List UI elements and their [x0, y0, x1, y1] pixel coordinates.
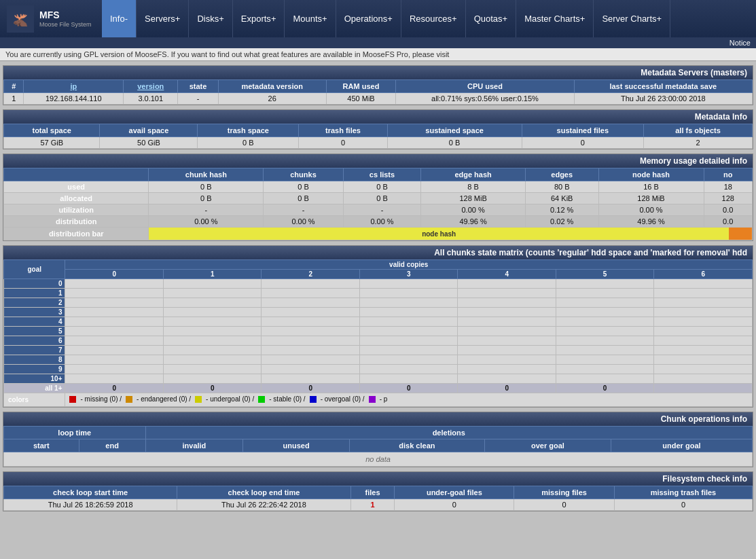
- nav-item-operations[interactable]: Operations +: [336, 0, 401, 37]
- cell-goal: 0: [4, 279, 65, 289]
- col-copies-6: 6: [654, 270, 753, 279]
- cell-colors-legend: - missing (0) / - endangered (0) / - und…: [65, 393, 753, 407]
- col-loop-time: loop time: [4, 426, 146, 439]
- pending-label: - p: [380, 395, 388, 403]
- col-invalid: invalid: [145, 439, 243, 452]
- cell-value: 128 MiB: [421, 193, 526, 204]
- cell-value: 49.96 %: [598, 216, 704, 228]
- nav-item-exports[interactable]: Exports +: [233, 0, 285, 37]
- cell-value: 0.0: [704, 216, 752, 228]
- col-copies-0: 0: [65, 270, 163, 279]
- cell-value: 0 B: [149, 193, 264, 204]
- col-all-fs-objects: all fs objects: [644, 124, 753, 137]
- table-row: 1: [4, 289, 753, 298]
- col-under-goal: under goal: [611, 439, 752, 452]
- metadata-info-header: Metadata Info: [3, 110, 753, 124]
- cell-goal: 10+: [4, 374, 65, 384]
- missing-dot: [69, 396, 76, 403]
- col-edges: edges: [525, 168, 598, 181]
- cell-value: -: [264, 204, 343, 216]
- cell-value: 0.0: [704, 204, 752, 216]
- cell-goal: 9: [4, 365, 65, 374]
- cell-check-start: Thu Jul 26 18:26:59 2018: [4, 499, 177, 510]
- distribution-bar: node hash: [149, 228, 752, 240]
- cell-value: 0.00 %: [149, 216, 264, 228]
- cell-missing-trash: 0: [614, 499, 752, 510]
- nav-item-info[interactable]: Info -: [102, 0, 137, 37]
- missing-label: - missing (0) /: [80, 395, 122, 403]
- chunks-matrix-table: goal valid copies 0 1 2 3 4 5 6 0: [3, 259, 753, 407]
- cell-value: 0 B: [264, 181, 343, 193]
- table-row: 10+: [4, 374, 753, 384]
- filesystem-check-table: check loop start time check loop end tim…: [3, 486, 753, 511]
- col-chunks: chunks: [264, 168, 343, 181]
- colors-row: colors - missing (0) / - endangered (0) …: [4, 393, 753, 407]
- nav-item-master-charts[interactable]: Master Charts +: [516, 0, 594, 37]
- col-end: end: [79, 439, 145, 452]
- cell-goal: 7: [4, 346, 65, 355]
- table-row: 6: [4, 336, 753, 346]
- nav-item-servers[interactable]: Servers +: [137, 0, 189, 37]
- cell-label: allocated: [4, 193, 149, 204]
- nav-item-quotas[interactable]: Quotas +: [466, 0, 517, 37]
- cell-last-save: Thu Jul 26 23:00:00 2018: [574, 93, 752, 105]
- col-copies-4: 4: [458, 270, 556, 279]
- col-no: no: [704, 168, 752, 181]
- col-trash-space: trash space: [198, 124, 299, 137]
- cell-sustained-space: 0 B: [387, 137, 522, 149]
- nav-arrow-mounts: +: [322, 14, 327, 24]
- filesystem-check-header: Filesystem check info: [3, 472, 753, 486]
- pending-dot: [369, 396, 376, 403]
- cell-value: 128: [704, 193, 752, 204]
- cell-goal: 4: [4, 317, 65, 327]
- cell-goal: 8: [4, 355, 65, 365]
- cell-all: [654, 384, 753, 393]
- cell-value: 0 B: [264, 193, 343, 204]
- nav-menu: Info - Servers + Disks + Exports + Mount…: [102, 0, 670, 37]
- cell-row-num: 1: [4, 93, 24, 105]
- table-row: 5: [4, 327, 753, 336]
- chunk-operations-section: Chunk operations info loop time deletion…: [3, 412, 753, 467]
- nav-item-mounts[interactable]: Mounts +: [285, 0, 336, 37]
- table-row: used 0 B 0 B 0 B 8 B 80 B 16 B 18: [4, 181, 753, 193]
- cell-value: 8 B: [421, 181, 526, 193]
- table-row: 9: [4, 365, 753, 374]
- memory-usage-header: Memory usage detailed info: [3, 154, 753, 168]
- cell-value: 0.12 %: [525, 204, 598, 216]
- cell-value: 0.00 %: [264, 216, 343, 228]
- table-row: 57 GiB 50 GiB 0 B 0 0 B 0 2: [4, 137, 753, 149]
- table-row: Thu Jul 26 18:26:59 2018 Thu Jul 26 22:2…: [4, 499, 753, 510]
- dist-bar-cell: node hash: [149, 228, 753, 240]
- nav-item-resources[interactable]: Resources +: [401, 0, 466, 37]
- col-node-hash: node hash: [598, 168, 704, 181]
- col-last-save: last successful metadata save: [574, 80, 752, 93]
- col-start: start: [4, 439, 79, 452]
- col-disk-clean: disk clean: [349, 439, 484, 452]
- cell-value: 80 B: [525, 181, 598, 193]
- col-files: files: [350, 486, 395, 499]
- table-row: 1 192.168.144.110 3.0.101 - 26 450 MiB a…: [4, 93, 753, 105]
- table-row: 4: [4, 317, 753, 327]
- col-ip: ip: [24, 80, 124, 93]
- col-cpu-used: CPU used: [396, 80, 574, 93]
- table-row: utilization - - - 0.00 % 0.12 % 0.00 % 0…: [4, 204, 753, 216]
- table-row: 2: [4, 298, 753, 308]
- cell-all: 0: [359, 384, 457, 393]
- cell-all: 0: [65, 384, 163, 393]
- col-copies-1: 1: [163, 270, 261, 279]
- cell-avail-space: 50 GiB: [100, 137, 198, 149]
- nav-item-server-charts[interactable]: Server Charts +: [594, 0, 670, 37]
- cell-missing: 0: [514, 499, 615, 510]
- metadata-servers-header: Metadata Servers (masters): [3, 66, 753, 79]
- cell-check-end: Thu Jul 26 22:26:42 2018: [177, 499, 350, 510]
- table-row: 8: [4, 355, 753, 365]
- cell-ram: 450 MiB: [326, 93, 396, 105]
- col-avail-space: avail space: [100, 124, 198, 137]
- chunks-matrix-header: All chunks state matrix (counts 'regular…: [3, 246, 753, 259]
- nav-arrow-quotas: +: [503, 14, 508, 24]
- logo-title: MFS: [39, 10, 92, 21]
- cell-state: -: [178, 93, 218, 105]
- table-row: distribution 0.00 % 0.00 % 0.00 % 49.96 …: [4, 216, 753, 228]
- nav-item-disks[interactable]: Disks +: [189, 0, 232, 37]
- col-copies-2: 2: [262, 270, 359, 279]
